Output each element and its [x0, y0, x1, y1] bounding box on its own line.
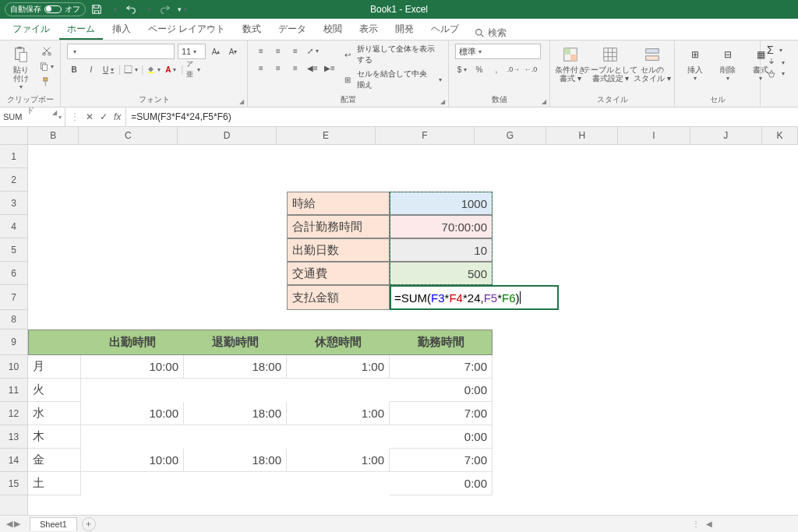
redo-icon[interactable] [159, 3, 171, 16]
cell-F11[interactable]: 0:00 [390, 379, 493, 402]
cell-D9[interactable]: 退勤時間 [184, 329, 287, 355]
sheet-prev-button[interactable]: ◀ [6, 519, 12, 529]
cell-F15[interactable]: 0:00 [390, 472, 493, 495]
row-header-1[interactable]: 1 [0, 145, 27, 168]
cell-D12[interactable]: 18:00 [184, 402, 287, 425]
indent-decrease-button[interactable]: ◀≡ [305, 61, 320, 75]
bold-button[interactable]: B [67, 62, 81, 76]
paste-button[interactable]: 貼り付け ▾ [6, 44, 35, 93]
comma-button[interactable]: , [489, 62, 503, 76]
sheet-next-button[interactable]: ▶ [14, 519, 20, 529]
tab-developer[interactable]: 開発 [387, 19, 422, 40]
cell-D14[interactable]: 18:00 [184, 449, 287, 472]
merge-center-button[interactable]: ⊞セルを結合して中央揃え [341, 69, 442, 90]
add-sheet-button[interactable]: ＋ [82, 517, 96, 531]
cell-C9[interactable]: 出勤時間 [81, 329, 184, 355]
fx-button[interactable]: fx [114, 111, 121, 122]
tab-home[interactable]: ホーム [59, 19, 103, 40]
cell-B12[interactable]: 水 [28, 402, 81, 425]
tab-formulas[interactable]: 数式 [235, 19, 269, 40]
tab-review[interactable]: 校閲 [316, 19, 350, 40]
col-header-K[interactable]: K [762, 127, 798, 144]
launcher-icon[interactable]: ◢ [52, 109, 57, 116]
cell-styles-button[interactable]: セルの スタイル ▾ [637, 44, 668, 84]
insert-cells-button[interactable]: ⊞挿入▾ [681, 44, 709, 84]
orientation-button[interactable]: ⤢ [305, 44, 320, 58]
cell-B15[interactable]: 土 [28, 472, 81, 495]
col-header-B[interactable]: B [28, 127, 79, 144]
row-header-2[interactable]: 2 [0, 168, 27, 192]
underline-button[interactable]: U [101, 62, 115, 76]
italic-button[interactable]: I [84, 62, 98, 76]
row-header-15[interactable]: 15 [0, 472, 27, 495]
fill-button[interactable] [767, 58, 785, 67]
col-header-C[interactable]: C [79, 127, 178, 144]
autosave-toggle[interactable]: 自動保存 オフ [5, 2, 86, 16]
border-button[interactable] [124, 62, 138, 76]
col-header-I[interactable]: I [618, 127, 690, 144]
row-header-12[interactable]: 12 [0, 402, 27, 425]
ribbon-search[interactable]: 検索 [475, 26, 507, 40]
formula-input[interactable]: =SUM(F3*F4*24,F5*F6) [126, 107, 798, 126]
align-bottom-button[interactable]: ≡ [288, 44, 302, 58]
autosum-button[interactable]: Σ [767, 44, 782, 56]
qat-customize-dropdown[interactable]: ▾ [176, 3, 189, 16]
cell-E14[interactable]: 1:00 [287, 449, 390, 472]
col-header-F[interactable]: F [376, 127, 475, 144]
number-format-combo[interactable]: 標準 [455, 44, 541, 59]
decrease-font-button[interactable]: A▾ [226, 44, 240, 58]
cell-F10[interactable]: 7:00 [390, 355, 493, 379]
col-header-J[interactable]: J [690, 127, 762, 144]
row-header-3[interactable]: 3 [0, 192, 27, 215]
copy-button[interactable] [40, 59, 54, 73]
decrease-decimal-button[interactable]: ←.0 [524, 62, 538, 76]
wrap-text-button[interactable]: ↩折り返して全体を表示する [341, 44, 442, 65]
row-header-7[interactable]: 7 [0, 285, 27, 310]
increase-decimal-button[interactable]: .0→ [507, 62, 521, 76]
tab-file[interactable]: ファイル [5, 19, 58, 40]
row-header-10[interactable]: 10 [0, 355, 27, 379]
cell-B11[interactable]: 火 [28, 379, 81, 402]
phonetic-button[interactable]: ア亜 [186, 62, 200, 76]
cell-F3[interactable]: 1000 [390, 192, 493, 215]
cell-E10[interactable]: 1:00 [287, 355, 390, 379]
row-header-14[interactable]: 14 [0, 449, 27, 472]
format-painter-button[interactable] [40, 75, 54, 89]
cell-F6[interactable]: 500 [390, 262, 493, 285]
cell-E9[interactable]: 休憩時間 [287, 329, 390, 355]
cell-F12[interactable]: 7:00 [390, 402, 493, 425]
cell-F5[interactable]: 10 [390, 238, 493, 262]
cell-E7[interactable]: 支払金額 [287, 285, 390, 310]
row-header-11[interactable]: 11 [0, 379, 27, 402]
col-header-E[interactable]: E [277, 127, 376, 144]
align-left-button[interactable]: ≡ [254, 61, 268, 75]
cell-E3[interactable]: 時給 [287, 192, 390, 215]
row-headers[interactable]: 123456789101112131415 [0, 145, 28, 515]
cell-edit-F7[interactable]: =SUM(F3*F4*24,F5*F6) [390, 285, 559, 310]
cell-B10[interactable]: 月 [28, 355, 81, 379]
align-right-button[interactable]: ≡ [288, 61, 302, 75]
row-header-4[interactable]: 4 [0, 215, 27, 238]
increase-font-button[interactable]: A▴ [209, 44, 223, 58]
undo-dropdown[interactable] [142, 3, 154, 16]
col-header-D[interactable]: D [178, 127, 277, 144]
save-icon[interactable] [90, 3, 103, 16]
cut-button[interactable] [40, 44, 54, 58]
conditional-format-button[interactable]: 条件付き 書式 ▾ [556, 44, 584, 84]
font-color-button[interactable]: A [164, 62, 178, 76]
format-as-table-button[interactable]: テーブルとして 書式設定 ▾ [589, 44, 632, 84]
indent-increase-button[interactable]: ▶≡ [323, 61, 337, 75]
cell-F14[interactable]: 7:00 [390, 449, 493, 472]
cell-D10[interactable]: 18:00 [184, 355, 287, 379]
cell-B14[interactable]: 金 [28, 449, 81, 472]
align-top-button[interactable]: ≡ [254, 44, 268, 58]
cell-F4[interactable]: 70:00:00 [390, 215, 493, 238]
cell-C10[interactable]: 10:00 [81, 355, 184, 379]
row-header-8[interactable]: 8 [0, 310, 27, 329]
row-header-5[interactable]: 5 [0, 238, 27, 262]
col-header-H[interactable]: H [546, 127, 618, 144]
launcher-icon[interactable]: ◢ [440, 98, 445, 105]
tab-data[interactable]: データ [270, 19, 314, 40]
cell-E12[interactable]: 1:00 [287, 402, 390, 425]
tab-help[interactable]: ヘルプ [423, 19, 467, 40]
